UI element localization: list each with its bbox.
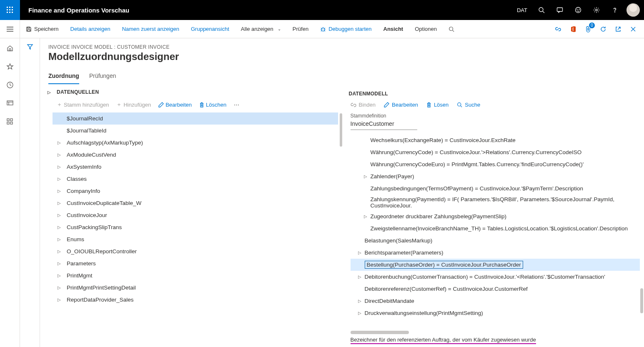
expand-icon[interactable]: ▷ [56,237,63,242]
smiley-button[interactable] [569,0,587,20]
ds-item[interactable]: ▷Classes [53,173,338,185]
expand-icon[interactable]: ▷ [56,225,63,230]
dm-item[interactable]: Zahlungsbedingungen(TermsOfPayment) = Cu… [351,182,640,195]
user-avatar[interactable] [626,3,640,17]
dm-item[interactable]: Zweigstellenname(InvoiceBranchName_TH) =… [351,222,640,235]
dm-search[interactable]: Suche [457,102,480,108]
dm-item[interactable]: Debitorenreferenz(CustomerRef) = CustInv… [351,283,640,295]
expand-icon[interactable]: ▷ [362,214,369,219]
ds-add[interactable]: ＋Hinzufügen [116,101,151,108]
group-view-button[interactable]: Gruppenansicht [185,20,235,38]
expand-icon[interactable]: ▷ [56,261,63,266]
dm-bind[interactable]: Binden [351,102,376,108]
ds-more[interactable]: ⋯ [234,102,239,108]
dm-item[interactable]: Bestellung(PurchaseOrder) = CustInvoiceJ… [351,259,640,271]
popout-button[interactable] [611,22,626,37]
ds-item[interactable]: ▷ReportDataProvider_Sales [53,294,338,306]
ds-item[interactable]: $JournalRecId [53,112,338,125]
rail-home[interactable] [2,40,18,57]
show-all-dropdown[interactable]: Alle anzeigen⌄ [235,20,287,38]
attachments-button[interactable]: 0 [581,22,596,37]
ds-item[interactable]: ▷AxSystemInfo [53,161,338,173]
dm-item[interactable]: ▷Druckverwaltungseinstellung(PrintMgmtSe… [351,307,640,319]
link-icon [555,26,561,32]
expand-icon[interactable]: ▷ [356,275,363,279]
expand-icon[interactable]: ▷ [356,250,363,255]
expand-icon[interactable]: ▷ [56,140,63,145]
debug-button[interactable]: Debuggen starten [314,20,377,38]
ds-item[interactable]: ▷O_OIOUBLReportController [53,245,338,257]
expand-icon[interactable]: ▷ [56,177,63,181]
options-menu[interactable]: Optionen [409,20,443,38]
scrollbar-thumb[interactable] [640,288,643,313]
expand-icon[interactable]: ▷ [56,201,63,205]
ds-item[interactable]: ▷PrintMgmt [53,270,338,282]
ds-item[interactable]: ▷CustPackingSlipTrans [53,221,338,233]
link-button[interactable] [551,22,566,37]
rail-favorites[interactable] [2,58,18,75]
settings-button[interactable] [587,0,606,20]
show-details-button[interactable]: Details anzeigen [65,20,116,38]
expand-icon[interactable]: ▷ [56,273,63,278]
root-def-value[interactable]: InvoiceCustomer [351,119,417,130]
save-button[interactable]: Speichern [20,20,65,38]
dm-item[interactable]: Zahlungskennung(PaymentId) = IF( Paramet… [351,195,640,210]
svg-rect-27 [9,49,11,51]
rail-recent[interactable] [2,77,18,93]
expand-icon[interactable]: ▷ [56,189,63,193]
tab-checks[interactable]: Prüfungen [89,69,116,84]
expand-icon[interactable]: ▷ [56,165,63,169]
filter-button[interactable] [27,43,33,347]
dm-item[interactable]: Belastungen(SalesMarkup) [351,235,640,247]
messages-button[interactable] [551,0,569,20]
close-button[interactable] [626,22,641,37]
dm-item[interactable]: ▷DirectDebitMandate [351,295,640,307]
company-code[interactable]: DAT [512,7,532,13]
ds-item[interactable]: ▷CustInvoiceJour [53,209,338,221]
rail-modules[interactable] [2,113,18,130]
ds-item[interactable]: ▷CustInvoiceDuplicateTable_W [53,197,338,209]
cmd-search-button[interactable] [443,20,460,38]
dm-item[interactable]: Währung(CurrencyCode) = CustInvoiceJour.… [351,146,640,158]
dm-item[interactable]: ▷Zahlender(Payer) [351,170,640,182]
dm-item[interactable]: Währung(CurrencyCodeEuro) = PrintMgmt.Ta… [351,158,640,170]
dm-item[interactable]: Wechselkurs(ExchangeRate) = CustInvoiceJ… [351,134,640,146]
nav-toggle[interactable] [0,20,20,38]
dm-unbind[interactable]: Lösen [426,102,449,108]
help-button[interactable] [606,0,624,20]
expand-icon[interactable]: ▷ [356,311,363,315]
ds-item[interactable]: ▷CompanyInfo [53,185,338,197]
tab-mapping[interactable]: Zuordnung [48,69,79,84]
expand-icon[interactable]: ▷ [356,299,363,303]
ds-add-root[interactable]: ＋Stamm hinzufügen [57,101,109,108]
expand-icon[interactable]: ▷ [56,152,63,157]
refresh-button[interactable] [596,22,611,37]
ds-delete[interactable]: Löschen [199,102,226,108]
expand-icon[interactable]: ▷ [56,297,63,302]
ds-item[interactable]: ▷Enums [53,233,338,245]
dm-item[interactable]: ▷Berichtsparameter(Parameters) [351,247,640,259]
app-launcher[interactable] [0,0,20,20]
ds-item[interactable]: ▷AxModuleCustVend [53,149,338,161]
ds-collapse[interactable]: ▷ [45,90,53,95]
ds-item[interactable]: ▷Aufschlagstyp(AxMarkupType) [53,137,338,149]
expand-icon[interactable]: ▷ [56,249,63,254]
view-menu[interactable]: Ansicht [378,20,409,38]
ds-item[interactable]: $JournalTableId [53,125,338,137]
expand-icon[interactable]: ▷ [56,213,63,217]
rail-workspaces[interactable] [2,95,18,112]
dm-edit[interactable]: Bearbeiten [384,102,418,108]
ds-item[interactable]: ▷Parameters [53,257,338,270]
popout-icon [615,26,621,32]
dm-item[interactable]: ▷Debitorenbuchung(CustomerTransaction) =… [351,271,640,283]
ds-edit[interactable]: Bearbeiten [158,102,192,108]
ds-item[interactable]: ▷PrintMgmtPrintSettingDetail [53,282,338,294]
expand-icon[interactable]: ▷ [362,174,369,179]
search-button[interactable] [532,0,551,20]
show-names-button[interactable]: Namen zuerst anzeigen [116,20,185,38]
dm-item[interactable]: ▷Zugeordneter druckbarer Zahlungsbeleg(P… [351,210,640,222]
addins-button[interactable] [566,22,581,37]
scrollbar-thumb-h[interactable] [351,331,409,334]
check-button[interactable]: Prüfen [287,20,314,38]
expand-icon[interactable]: ▷ [56,285,63,290]
